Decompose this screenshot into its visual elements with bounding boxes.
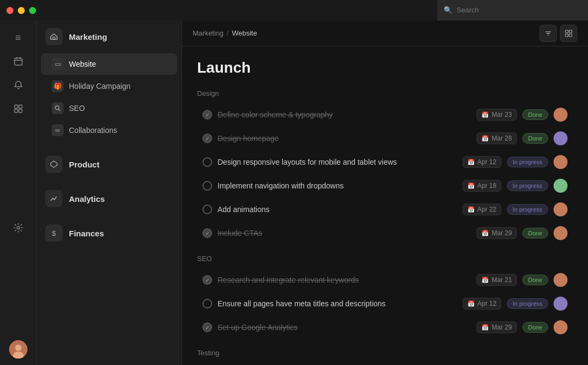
- search-input[interactable]: [457, 6, 582, 14]
- breadcrumb-current: Website: [232, 29, 257, 37]
- nav-item-seo-label: SEO: [69, 104, 85, 113]
- nav-group-analytics: Analytics: [37, 178, 181, 213]
- bell-icon-btn[interactable]: [8, 74, 29, 96]
- traffic-lights: [6, 7, 36, 14]
- nav-group-analytics-header[interactable]: Analytics: [37, 182, 181, 213]
- content-body: Launch Design Define color scheme & typo…: [182, 46, 588, 365]
- analytics-icon: [45, 190, 62, 207]
- task-assignee-avatar: [554, 320, 568, 334]
- calendar-icon: 📅: [481, 111, 489, 118]
- task-title: Design homepage: [218, 134, 471, 143]
- task-assignee-avatar: [554, 226, 568, 240]
- task-status-badge: Done: [522, 322, 548, 333]
- task-checkbox[interactable]: [202, 110, 212, 120]
- holiday-icon: 🎁: [52, 80, 64, 92]
- task-checkbox[interactable]: [202, 299, 212, 308]
- seo-icon: [52, 102, 64, 114]
- filter-button[interactable]: [540, 25, 557, 42]
- list-icon-btn[interactable]: ≡: [8, 27, 29, 48]
- task-assignee-avatar: [554, 131, 568, 145]
- nav-group-product: Product: [37, 144, 181, 178]
- task-list-design: Define color scheme & typography 📅 Mar 2…: [197, 104, 573, 244]
- user-avatar[interactable]: [9, 340, 27, 359]
- breadcrumb-parent: Marketing: [193, 29, 223, 37]
- task-row[interactable]: Define color scheme & typography 📅 Mar 2…: [197, 104, 573, 125]
- nav-item-holiday[interactable]: 🎁 Holiday Campaign: [41, 75, 177, 97]
- puzzle-icon-btn[interactable]: [8, 98, 29, 120]
- calendar-icon: 📅: [467, 300, 475, 307]
- task-row[interactable]: Design homepage 📅 Mar 28 Done: [197, 128, 573, 149]
- svg-point-8: [17, 227, 19, 229]
- nav-sidebar: Marketing ▭ Website 🎁 Holiday Campaign S…: [37, 20, 182, 365]
- task-date: 📅 Apr 22: [463, 203, 501, 215]
- svg-marker-15: [51, 161, 57, 167]
- svg-rect-12: [53, 37, 55, 39]
- nav-group-product-label: Product: [69, 160, 100, 169]
- task-date-value: Mar 28: [492, 135, 512, 142]
- task-status-badge: Done: [522, 228, 548, 238]
- task-date-value: Apr 12: [478, 300, 496, 307]
- calendar-icon-btn[interactable]: [8, 51, 29, 72]
- section-testing-label: Testing: [197, 349, 573, 357]
- icon-sidebar: ≡: [0, 20, 37, 365]
- task-row[interactable]: Implement navigation with dropdowns 📅 Ap…: [197, 175, 573, 196]
- nav-item-seo[interactable]: SEO: [41, 97, 177, 119]
- task-row[interactable]: Research and integrate relevant keywords…: [197, 269, 573, 291]
- breadcrumb-separator: /: [227, 29, 229, 37]
- content-header: Marketing / Website: [182, 20, 588, 46]
- nav-group-finances-header[interactable]: $ Finances: [37, 217, 181, 247]
- svg-rect-6: [15, 109, 18, 113]
- task-checkbox[interactable]: [202, 275, 212, 285]
- website-icon: ▭: [52, 58, 64, 70]
- task-title: Implement navigation with dropdowns: [218, 181, 457, 190]
- nav-item-website[interactable]: ▭ Website: [41, 53, 177, 75]
- task-title: Define color scheme & typography: [218, 110, 471, 119]
- task-row[interactable]: Design responsive layouts for mobile and…: [197, 151, 573, 173]
- task-title: Research and integrate relevant keywords: [218, 276, 471, 284]
- task-date: 📅 Apr 12: [463, 156, 501, 168]
- search-bar[interactable]: 🔍: [437, 0, 588, 20]
- settings-icon-btn[interactable]: [8, 217, 29, 238]
- task-date: 📅 Mar 28: [477, 132, 516, 144]
- task-checkbox[interactable]: [202, 205, 212, 214]
- task-date: 📅 Mar 29: [477, 321, 516, 333]
- task-row[interactable]: Ensure all pages have meta titles and de…: [197, 293, 573, 314]
- titlebar: 🔍: [0, 0, 588, 20]
- nav-group-marketing[interactable]: Marketing: [37, 20, 181, 51]
- nav-item-website-label: Website: [69, 60, 96, 68]
- task-checkbox[interactable]: [202, 157, 212, 167]
- task-assignee-avatar: [554, 297, 568, 311]
- task-row[interactable]: Add animations 📅 Apr 22 In progress: [197, 199, 573, 220]
- calendar-icon: 📅: [481, 277, 489, 284]
- task-date: 📅 Mar 21: [477, 274, 516, 286]
- task-checkbox[interactable]: [202, 228, 212, 238]
- minimize-button[interactable]: [18, 7, 25, 14]
- task-date: 📅 Apr 12: [463, 298, 501, 310]
- layout-button[interactable]: [560, 25, 577, 42]
- nav-group-product-header[interactable]: Product: [37, 148, 181, 178]
- svg-rect-20: [569, 30, 572, 33]
- task-date-value: Mar 21: [492, 276, 512, 284]
- task-status-badge: In progress: [507, 157, 548, 167]
- nav-item-collaborations[interactable]: ∞ Collaborations: [41, 120, 177, 141]
- maximize-button[interactable]: [29, 7, 36, 14]
- nav-item-holiday-label: Holiday Campaign: [69, 82, 130, 90]
- task-assignee-avatar: [554, 202, 568, 216]
- calendar-icon: 📅: [467, 159, 475, 166]
- task-title: Ensure all pages have meta titles and de…: [218, 299, 457, 308]
- task-row[interactable]: Include CTAs 📅 Mar 29 Done: [197, 222, 573, 244]
- task-checkbox[interactable]: [202, 134, 212, 143]
- task-list-seo: Research and integrate relevant keywords…: [197, 269, 573, 338]
- nav-group-analytics-label: Analytics: [69, 194, 105, 203]
- calendar-icon: 📅: [481, 135, 489, 142]
- task-checkbox[interactable]: [202, 181, 212, 191]
- close-button[interactable]: [6, 7, 13, 14]
- nav-group-finances-label: Finances: [69, 229, 104, 238]
- task-row[interactable]: Set up Google Analytics 📅 Mar 29 Done: [197, 317, 573, 338]
- section-seo-label: SEO: [197, 255, 573, 263]
- calendar-icon: 📅: [481, 324, 489, 331]
- task-checkbox[interactable]: [202, 322, 212, 332]
- svg-point-10: [15, 345, 22, 351]
- task-date-value: Mar 29: [492, 229, 512, 237]
- calendar-icon: 📅: [467, 182, 475, 189]
